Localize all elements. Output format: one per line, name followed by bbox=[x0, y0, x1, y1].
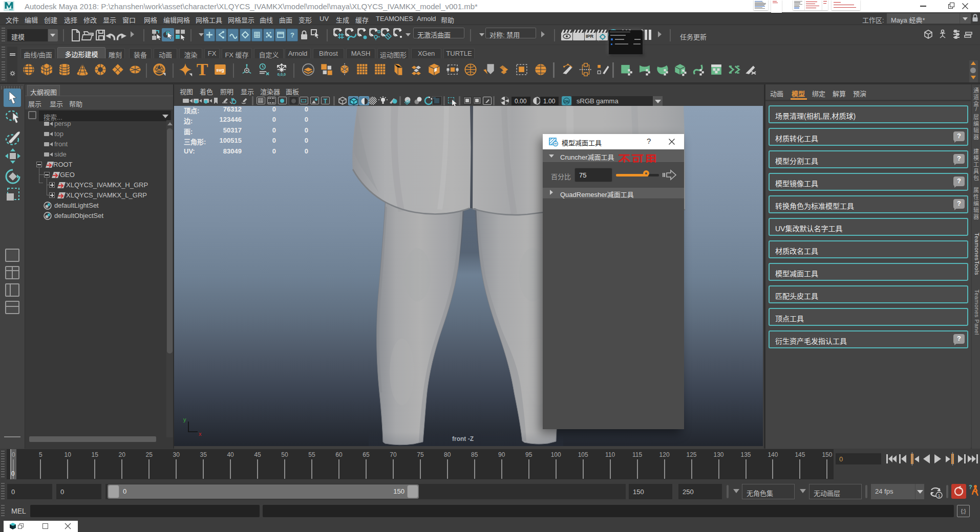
svg-text:?: ? bbox=[969, 484, 972, 490]
svg-text:x: x bbox=[199, 431, 202, 437]
svg-text:0,0,0: 0,0,0 bbox=[278, 72, 286, 77]
svg-text:?: ? bbox=[290, 31, 294, 39]
svg-text:1: 1 bbox=[938, 493, 940, 498]
svg-text:svg: svg bbox=[216, 68, 224, 73]
svg-text:y: y bbox=[183, 416, 186, 423]
